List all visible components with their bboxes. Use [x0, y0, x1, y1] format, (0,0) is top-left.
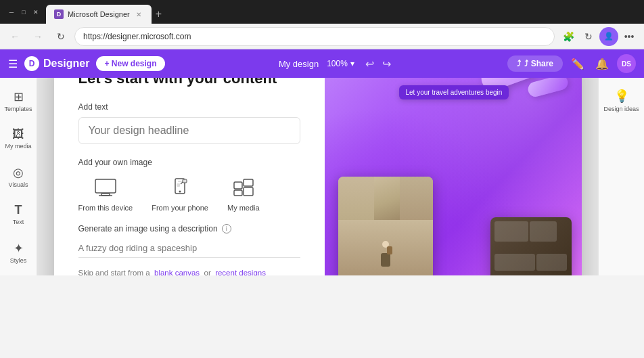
- gear-item-2: [530, 221, 557, 242]
- svg-rect-9: [234, 182, 242, 189]
- my-media-upload-label: My media: [227, 204, 260, 212]
- menu-icon[interactable]: ☰: [8, 58, 18, 70]
- sidebar-item-templates[interactable]: ⊞ Templates: [3, 83, 33, 118]
- bell-button[interactable]: 🔔: [593, 55, 612, 73]
- refresh-icon: ↻: [57, 31, 65, 42]
- undo-button[interactable]: ↩: [363, 55, 377, 73]
- or-text: or: [204, 269, 211, 275]
- right-sidebar-item-design-ideas[interactable]: 💡 Design ideas: [603, 83, 641, 118]
- generate-label: Generate an image using a description: [78, 224, 218, 233]
- browser-chrome: ─ □ ✕ D Microsoft Designer ✕ +: [0, 0, 644, 24]
- tab-favicon: D: [54, 9, 64, 19]
- sidebar-item-styles[interactable]: ✦ Styles: [3, 235, 33, 270]
- app-logo: D Designer: [24, 56, 89, 71]
- design-ideas-label: Design ideas: [603, 106, 639, 113]
- app-wrapper: ☰ D Designer + New design My design 100%…: [0, 49, 644, 275]
- phone-upload-icon: [165, 175, 195, 200]
- user-initials: DS: [622, 60, 631, 68]
- headline-input[interactable]: [78, 117, 300, 144]
- traveler-bag: [387, 246, 392, 254]
- image-upload-options: From this device: [78, 175, 300, 212]
- svg-rect-0: [95, 179, 116, 193]
- settings-button[interactable]: •••: [620, 27, 639, 46]
- user-icon-circle[interactable]: DS: [617, 54, 636, 73]
- close-button[interactable]: ✕: [31, 7, 41, 17]
- styles-label: Styles: [10, 258, 27, 265]
- user-avatar-button[interactable]: 👤: [599, 27, 618, 46]
- my-media-icon: 🖼: [12, 127, 24, 141]
- minimize-button[interactable]: ─: [7, 7, 16, 17]
- upload-from-phone[interactable]: From your phone: [152, 175, 208, 212]
- main-content: ⊞ Templates 🖼 My media ◎ Visuals T Text …: [0, 78, 644, 275]
- draw-button[interactable]: ✏️: [568, 55, 587, 73]
- topbar-actions: ⤴ ⤴ Share ✏️ 🔔 DS: [507, 54, 636, 73]
- gear-image: [490, 217, 572, 275]
- generate-row: Generate an image using a description i: [78, 224, 300, 233]
- zoom-chevron-icon: ▾: [350, 59, 354, 68]
- gear-item-4: [536, 254, 567, 271]
- address-bar-row: ← → ↻ 🧩 ↻ 👤 •••: [0, 24, 644, 49]
- info-icon[interactable]: i: [222, 224, 231, 233]
- recent-designs-link[interactable]: recent designs: [215, 269, 266, 275]
- templates-label: Templates: [4, 106, 32, 113]
- share-button[interactable]: ⤴ ⤴ Share: [507, 55, 563, 72]
- extensions-button[interactable]: 🧩: [559, 27, 578, 46]
- zoom-control[interactable]: 100% ▾: [327, 59, 354, 68]
- forward-button[interactable]: →: [28, 27, 47, 46]
- modal-container: Let's start with your content Add text A…: [54, 78, 582, 275]
- design-name: My design: [279, 59, 319, 69]
- new-design-button[interactable]: + New design: [96, 56, 164, 71]
- svg-point-4: [179, 191, 181, 193]
- styles-icon: ✦: [14, 241, 24, 256]
- address-input[interactable]: [74, 27, 555, 46]
- share-icon: ⤴: [517, 59, 521, 68]
- back-icon: ←: [10, 31, 20, 42]
- info-symbol: i: [226, 225, 227, 232]
- templates-icon: ⊞: [14, 89, 24, 104]
- tab-close-button[interactable]: ✕: [134, 9, 143, 19]
- upload-from-device[interactable]: From this device: [78, 175, 133, 212]
- my-media-label: My media: [5, 143, 31, 150]
- svg-rect-11: [244, 179, 253, 186]
- visuals-label: Visuals: [9, 182, 28, 189]
- sidebar-item-text[interactable]: T Text: [3, 197, 33, 232]
- app-topbar: ☰ D Designer + New design My design 100%…: [0, 49, 644, 78]
- text-label: Text: [13, 219, 24, 226]
- logo-text: Designer: [43, 58, 89, 70]
- travel-image: [338, 177, 433, 275]
- skip-row: Skip and start from a blank canvas or re…: [78, 269, 300, 275]
- new-tab-button[interactable]: +: [152, 5, 166, 24]
- skip-text: Skip and start from a: [78, 269, 150, 275]
- back-button[interactable]: ←: [5, 27, 24, 46]
- add-text-label: Add text: [78, 102, 300, 112]
- sidebar-item-my-media[interactable]: 🖼 My media: [3, 121, 33, 156]
- svg-rect-12: [244, 187, 253, 196]
- refresh-button[interactable]: ↻: [51, 27, 70, 46]
- canvas-area: Let's start with your content Add text A…: [37, 78, 598, 275]
- phone-upload-label: From your phone: [152, 204, 208, 212]
- sidebar-item-visuals[interactable]: ◎ Visuals: [3, 159, 33, 194]
- blank-canvas-link[interactable]: blank canvas: [154, 269, 200, 275]
- left-sidebar: ⊞ Templates 🖼 My media ◎ Visuals T Text …: [0, 78, 37, 275]
- travel-image-container: [338, 177, 433, 275]
- new-design-label: + New design: [104, 59, 156, 68]
- refresh-icon-btn[interactable]: ↻: [579, 27, 598, 46]
- user-avatar-icon: 👤: [604, 32, 614, 41]
- right-sidebar: 💡 Design ideas: [598, 78, 644, 275]
- add-image-label: Add your own image: [78, 158, 300, 167]
- generate-input[interactable]: [78, 239, 300, 258]
- tab-label: Microsoft Designer: [68, 10, 130, 18]
- modal-right-panel: Let your travel adventures begin: [325, 78, 582, 275]
- gear-image-container: [490, 217, 572, 275]
- travel-tooltip: Let your travel adventures begin: [399, 85, 509, 99]
- maximize-button[interactable]: □: [19, 7, 28, 17]
- toolbar-icons: 🧩 ↻ 👤 •••: [559, 27, 639, 46]
- browser-tabs: D Microsoft Designer ✕ +: [46, 0, 637, 24]
- upload-my-media[interactable]: My media: [227, 175, 260, 212]
- design-ideas-icon: 💡: [614, 89, 629, 104]
- my-media-upload-icon: [229, 175, 258, 200]
- modal-title: Let's start with your content: [78, 78, 300, 87]
- traveler-figure: [379, 241, 392, 271]
- active-tab[interactable]: D Microsoft Designer ✕: [46, 5, 152, 24]
- redo-button[interactable]: ↪: [380, 55, 394, 73]
